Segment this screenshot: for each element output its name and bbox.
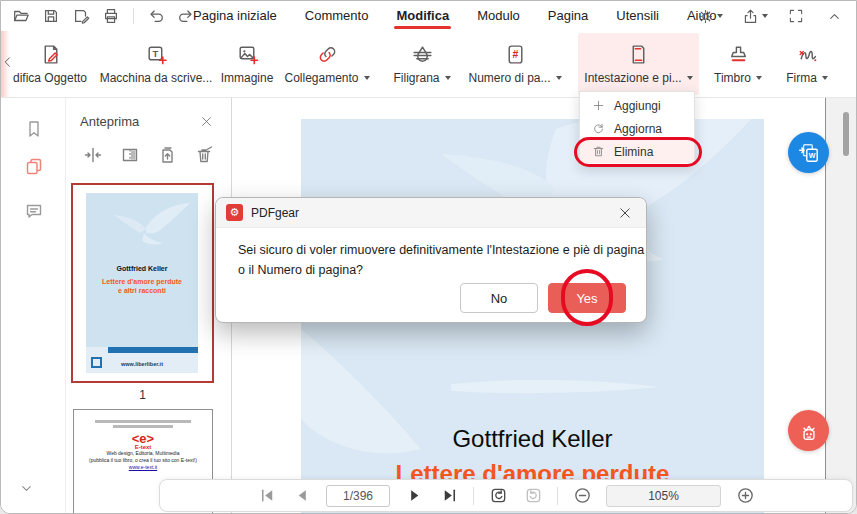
toolbar-item-timbro[interactable]: Timbro <box>705 33 771 95</box>
chevron-up-icon <box>827 9 842 24</box>
close-panel-button[interactable] <box>195 110 217 132</box>
menu-item-aggiungi[interactable]: Aggiungi <box>580 94 694 117</box>
share-button[interactable] <box>740 4 770 28</box>
toolbar-item-intestazione[interactable]: Intestazione e pi... <box>578 33 699 95</box>
thumb2-text-line1: Web design, Editoria, Multimedia <box>74 450 212 457</box>
share-icon <box>742 8 759 25</box>
refresh-icon <box>592 122 605 135</box>
toolbar-item-firma[interactable]: Firma <box>775 33 839 95</box>
theme-button[interactable] <box>694 4 726 28</box>
toolbar-item-modifica-oggetto[interactable]: difica Oggetto <box>5 33 95 95</box>
bookmarks-panel-button[interactable] <box>21 116 47 142</box>
toolbar-item-macchina-da-scrivere[interactable]: T Macchina da scrive... <box>97 33 215 95</box>
toolbar-item-immagine[interactable]: Immagine <box>217 33 277 95</box>
fullscreen-button[interactable] <box>784 4 808 28</box>
edit-object-icon <box>39 40 62 68</box>
window-controls <box>694 1 846 31</box>
zoom-in-button[interactable] <box>734 485 756 507</box>
cover-title-line2: e altri racconti <box>86 287 198 294</box>
menu-item-aggiorna[interactable]: Aggiorna <box>580 117 694 140</box>
convert-to-word-button[interactable]: W <box>788 132 829 173</box>
comments-panel-button[interactable] <box>21 198 47 224</box>
previous-page-button[interactable] <box>291 485 313 507</box>
last-page-button[interactable] <box>438 485 460 507</box>
toolbar-item-collegamento[interactable]: Collegamento <box>281 33 373 95</box>
no-button[interactable]: No <box>460 283 538 313</box>
tab-commento[interactable]: Commento <box>305 1 369 31</box>
word-convert-icon: W <box>797 141 821 165</box>
dialog-title-bar: ⚙ PDFgear <box>216 198 646 228</box>
split-page-button[interactable] <box>119 144 141 166</box>
close-dialog-button[interactable] <box>614 202 636 224</box>
stamp-icon <box>727 40 750 68</box>
chevron-down-icon <box>687 76 693 80</box>
delete-page-button[interactable] <box>193 144 215 166</box>
statusbar-divider <box>557 487 558 505</box>
menu-item-elimina[interactable]: Elimina <box>580 140 694 163</box>
fullscreen-icon <box>788 8 804 24</box>
extract-page-button[interactable] <box>156 144 178 166</box>
toolbar-item-label: Numero di pa... <box>468 71 550 85</box>
tab-utensili[interactable]: Utensili <box>616 1 659 31</box>
thumbnails-panel-button[interactable] <box>21 153 47 179</box>
chevron-down-icon <box>556 76 562 80</box>
chevron-down-icon <box>762 14 768 18</box>
toolbar-item-label: difica Oggetto <box>13 71 87 85</box>
scrollbar-gutter <box>826 98 856 513</box>
navigation-strip <box>1 98 66 513</box>
collapse-panel-button[interactable] <box>13 475 39 501</box>
yes-button[interactable]: Yes <box>548 283 626 313</box>
zoom-out-button[interactable] <box>571 485 593 507</box>
toolbar-item-numero-di-pagina[interactable]: # Numero di pa... <box>463 33 567 95</box>
page-number-icon: # <box>504 40 527 68</box>
thumbnail-page-number: 1 <box>71 388 214 402</box>
dialog-message-line2: o il Numero di pagina? <box>238 260 624 280</box>
tab-pagina-iniziale[interactable]: Pagina iniziale <box>193 1 277 31</box>
dialog-message: Sei sicuro di voler rimuovere definitiva… <box>216 228 646 280</box>
menu-item-label: Aggiungi <box>614 99 661 113</box>
open-file-button[interactable] <box>9 4 33 28</box>
vertical-scrollbar[interactable] <box>843 112 849 156</box>
tab-modulo[interactable]: Modulo <box>477 1 520 31</box>
toolbar-item-label: Filigrana <box>393 71 439 85</box>
thumbnails-icon <box>24 156 44 176</box>
save-icon <box>42 7 60 25</box>
cover-footer: www.liberliber.it <box>86 347 198 373</box>
preview-panel: Anteprima Gottfried Keller Lettere d'amo… <box>66 98 232 513</box>
intestazione-dropdown-menu: Aggiungi Aggiorna Elimina <box>579 91 695 166</box>
bookmark-icon <box>24 119 44 139</box>
thumbnail-page-1[interactable]: Gottfried Keller Lettere d'amore perdute… <box>71 183 214 383</box>
save-button[interactable] <box>39 4 63 28</box>
pdfgear-logo-icon: ⚙ <box>226 204 243 221</box>
toolbar-divider <box>133 8 134 24</box>
confirm-dialog: ⚙ PDFgear Sei sicuro di voler rimuovere … <box>215 197 647 323</box>
toolbar-item-label: Timbro <box>714 71 751 85</box>
toolbar-item-filigrana[interactable]: Filigrana <box>385 33 459 95</box>
statusbar-divider <box>473 487 474 505</box>
undo-button[interactable] <box>144 4 168 28</box>
link-icon <box>316 40 339 68</box>
svg-text:T: T <box>152 48 158 59</box>
tab-modifica[interactable]: Modifica <box>396 1 449 31</box>
title-bar: Pagina iniziale Commento Modifica Modulo… <box>1 1 856 31</box>
next-view-button[interactable] <box>522 485 544 507</box>
toolbar-item-label: Macchina da scrive... <box>100 71 213 85</box>
next-page-button[interactable] <box>403 485 425 507</box>
zoom-level-display[interactable]: 105% <box>606 485 721 507</box>
print-button[interactable] <box>99 4 123 28</box>
print-icon <box>102 7 120 25</box>
first-page-button[interactable] <box>256 485 278 507</box>
cover-footer-bar <box>108 347 198 353</box>
comment-icon <box>24 201 44 221</box>
document-author: Gottfried Keller <box>301 425 764 453</box>
previous-view-button[interactable] <box>487 485 509 507</box>
page-number-input[interactable] <box>326 485 390 507</box>
tab-pagina[interactable]: Pagina <box>548 1 588 31</box>
insert-page-button[interactable] <box>82 144 104 166</box>
ai-assistant-button[interactable] <box>788 410 829 451</box>
tiny-text-line <box>113 425 173 428</box>
trash-icon <box>592 145 605 158</box>
save-as-icon <box>72 7 90 25</box>
collapse-toolbar-button[interactable] <box>822 4 846 28</box>
save-as-button[interactable] <box>69 4 93 28</box>
